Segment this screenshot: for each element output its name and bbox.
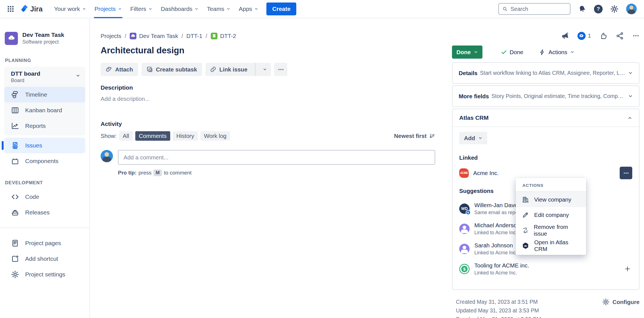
breadcrumb-project[interactable]: Dev Team Task	[130, 33, 178, 39]
sidebar-item-project-settings[interactable]: Project settings	[4, 267, 85, 282]
company-actions-menu: ACTIONS View company Edit company Remove…	[516, 178, 586, 255]
app-switcher-icon[interactable]	[7, 5, 15, 13]
chevron-down-icon	[226, 7, 230, 11]
more-options-icon[interactable]	[632, 32, 640, 39]
like-thumbs-up-icon[interactable]	[599, 32, 607, 40]
linked-company-row[interactable]: ACME Acme Inc.	[459, 167, 632, 179]
search-box[interactable]	[498, 3, 570, 15]
timeline-icon	[11, 90, 19, 99]
issue-main: Projects / Dev Team Task / DTT-1 / DTT-2…	[90, 18, 452, 318]
jira-logo[interactable]: Jira	[20, 5, 42, 13]
filter-comments[interactable]: Comments	[135, 131, 170, 141]
top-navigation: Jira Your work Projects Filters Dashboar…	[0, 0, 644, 18]
watchers-control[interactable]: 1	[577, 32, 591, 40]
story-type-icon	[211, 33, 217, 39]
help-icon[interactable]: ?	[594, 5, 603, 13]
nav-projects[interactable]: Projects	[90, 0, 126, 18]
breadcrumb-parent-issue[interactable]: DTT-1	[186, 33, 202, 39]
more-actions-button[interactable]	[274, 63, 287, 76]
issue-meta-footer: Created May 31, 2023 at 3:51 PM Updated …	[452, 298, 640, 318]
sidebar-item-project-pages[interactable]: Project pages	[4, 235, 85, 251]
nav-your-work[interactable]: Your work	[50, 0, 90, 18]
breadcrumb-projects[interactable]: Projects	[101, 33, 121, 39]
created-date: Created May 31, 2023 at 3:51 PM	[456, 298, 541, 306]
comment-input[interactable]	[118, 150, 435, 165]
filter-history[interactable]: History	[173, 131, 198, 141]
person-avatar-icon	[459, 244, 470, 254]
sidebar-item-releases[interactable]: Releases	[4, 205, 85, 220]
user-avatar	[101, 150, 113, 162]
subtask-icon	[146, 66, 153, 73]
actions-dropdown[interactable]: Actions	[539, 49, 574, 56]
nav-dashboards[interactable]: Dashboards	[157, 0, 203, 18]
menu-item-open-in-atlas-crm[interactable]: Open in Atlas CRM	[516, 238, 586, 253]
share-icon[interactable]	[616, 32, 624, 40]
nav-filters[interactable]: Filters	[126, 0, 157, 18]
menu-item-edit-company[interactable]: Edit company	[516, 207, 586, 223]
breadcrumb: Projects / Dev Team Task / DTT-1 / DTT-2	[101, 33, 435, 39]
chevron-down-icon	[148, 7, 152, 11]
check-icon	[501, 49, 507, 55]
link-issue-button[interactable]: Link issue	[205, 63, 252, 76]
configure-button[interactable]: Configure	[602, 298, 640, 306]
more-fields-accordion[interactable]: More fields Story Points, Original estim…	[453, 86, 639, 106]
linked-company-more-button[interactable]	[620, 167, 632, 179]
sidebar-item-reports[interactable]: Reports	[4, 118, 85, 134]
ellipsis-icon	[623, 170, 629, 176]
feedback-megaphone-icon[interactable]	[561, 32, 569, 40]
sidebar-item-code[interactable]: Code	[4, 189, 85, 205]
sidebar-item-components[interactable]: Components	[4, 153, 85, 169]
board-switcher[interactable]: DTT board Board	[4, 67, 85, 87]
filter-all[interactable]: All	[119, 131, 133, 141]
sort-order-button[interactable]: Newest first	[394, 133, 435, 139]
watching-eye-icon	[577, 32, 586, 40]
building-icon	[522, 196, 529, 203]
description-placeholder[interactable]: Add a description...	[101, 95, 435, 102]
issues-icon	[11, 141, 19, 150]
filter-worklog[interactable]: Work log	[200, 131, 230, 141]
menu-item-remove-from-issue[interactable]: Remove from issue	[516, 223, 586, 238]
link-issue-split-button: Link issue	[205, 63, 271, 76]
sidebar-item-issues[interactable]: Issues	[4, 138, 85, 153]
chevron-down-icon	[82, 7, 86, 11]
issue-title[interactable]: Architectural design	[101, 46, 435, 56]
nav-apps[interactable]: Apps	[235, 0, 262, 18]
details-card: Details Start workflow linking to Atlas …	[452, 62, 640, 84]
paperclip-icon	[106, 66, 112, 73]
search-input[interactable]	[510, 6, 567, 12]
kanban-board-icon	[11, 106, 19, 114]
project-header[interactable]: Dev Team Task Software project	[0, 32, 89, 45]
activity-label: Activity	[101, 121, 435, 127]
notifications-icon[interactable]	[578, 5, 586, 13]
chevron-down-icon	[628, 94, 633, 99]
user-avatar[interactable]	[626, 4, 637, 14]
details-accordion[interactable]: Details Start workflow linking to Atlas …	[453, 63, 639, 83]
settings-gear-icon[interactable]	[610, 5, 619, 13]
gear-icon	[602, 298, 610, 306]
create-subtask-button[interactable]: Create subtask	[141, 63, 202, 76]
link-issue-dropdown[interactable]	[259, 63, 271, 76]
sidebar-item-add-shortcut[interactable]: Add shortcut	[4, 251, 85, 267]
sidebar-item-timeline[interactable]: Timeline	[4, 87, 85, 102]
status-row: Done Done Actions	[452, 46, 640, 59]
person-avatar-icon	[459, 224, 470, 234]
chevron-down-icon	[195, 7, 198, 11]
chevron-down-icon	[474, 50, 478, 54]
updated-date: Updated May 31, 2023 at 3:53 PM	[456, 306, 541, 315]
initials-avatar: WD	[459, 204, 470, 214]
attach-button[interactable]: Attach	[101, 63, 138, 76]
breadcrumb-current-issue[interactable]: DTT-2	[211, 33, 236, 39]
status-dropdown[interactable]: Done	[452, 46, 482, 59]
add-shortcut-icon	[11, 255, 19, 263]
nav-teams[interactable]: Teams	[203, 0, 235, 18]
atlas-crm-accordion[interactable]: Atlas CRM	[453, 109, 639, 126]
sidebar-item-kanban-board[interactable]: Kanban board	[4, 102, 85, 118]
development-section-label: DEVELOPMENT	[0, 180, 89, 185]
menu-item-view-company[interactable]: View company	[516, 192, 586, 207]
link-suggestion-button[interactable]	[623, 264, 632, 274]
board-group: DTT board Board Timeline Kanban board Re…	[4, 67, 85, 135]
sidebar-divider	[0, 228, 89, 228]
suggestion-row[interactable]: $ Tooling for ACME inc. Linked to Acme I…	[459, 261, 632, 277]
crm-add-dropdown[interactable]: Add	[459, 132, 487, 144]
create-button[interactable]: Create	[266, 3, 296, 15]
